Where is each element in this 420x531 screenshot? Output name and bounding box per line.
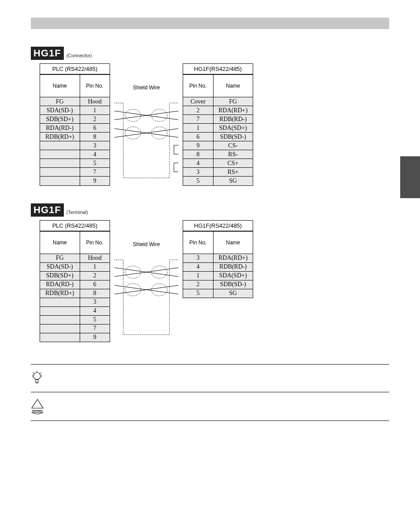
hg1f-title: HG1F(RS422/485): [183, 221, 253, 231]
side-tab: [400, 156, 420, 198]
badge-note: (Terminal): [66, 210, 88, 215]
svg-point-14: [125, 284, 141, 296]
svg-text:WARNING: WARNING: [32, 409, 43, 412]
plc-table: PLC (RS422/485) Name Pin No. FGHood SDA(…: [40, 220, 110, 343]
col-name: Name: [40, 231, 80, 254]
note-block: [31, 364, 389, 392]
diagram-connector: HG1F (Connector) PLC (RS422/485) Name Pi…: [31, 47, 389, 186]
col-name: Name: [213, 231, 253, 254]
plc-title: PLC (RS422/485): [40, 64, 110, 74]
plc-title: PLC (RS422/485): [40, 221, 110, 231]
svg-rect-17: [36, 380, 38, 382]
warning-icon: WARNING: [31, 398, 44, 414]
wiring-icon: [110, 220, 183, 343]
warning-block: WARNING: [31, 392, 389, 421]
col-pin: Pin No.: [80, 231, 110, 254]
svg-point-13: [151, 266, 167, 278]
svg-line-21: [40, 372, 41, 373]
bulb-icon: [31, 371, 43, 386]
svg-line-20: [33, 372, 34, 373]
wiring-diagram: Shield Wire: [110, 220, 183, 247]
plc-table: PLC (RS422/485) Name Pin No. FGHood SDA(…: [40, 63, 110, 186]
svg-point-4: [125, 109, 141, 122]
svg-point-15: [151, 284, 167, 296]
svg-point-12: [125, 266, 141, 278]
svg-marker-24: [32, 399, 43, 408]
svg-point-6: [125, 127, 141, 139]
svg-point-5: [151, 109, 167, 122]
svg-point-16: [33, 372, 41, 380]
wiring-icon: [110, 63, 183, 187]
header-bar: [31, 18, 389, 29]
svg-marker-26: [32, 413, 43, 414]
wiring-diagram: Shield Wire: [110, 63, 183, 91]
badge-note: (Connector): [66, 53, 92, 58]
col-pin: Pin No.: [183, 75, 213, 97]
col-name: Name: [40, 75, 80, 97]
col-name: Name: [213, 75, 253, 97]
hg1f-title: HG1F(RS422/485): [183, 64, 253, 74]
hg1f-table: HG1F(RS422/485) Pin No. Name 3RDA(RD+) 4…: [183, 220, 253, 299]
col-pin: Pin No.: [183, 231, 213, 254]
device-badge: HG1F: [31, 203, 64, 217]
device-badge: HG1F: [31, 47, 64, 60]
diagram-terminal: HG1F (Terminal) PLC (RS422/485) Name Pin…: [31, 203, 389, 343]
hg1f-table: HG1F(RS422/485) Pin No. Name CoverFG 2RD…: [183, 63, 253, 186]
col-pin: Pin No.: [80, 75, 110, 97]
svg-point-7: [151, 127, 167, 139]
